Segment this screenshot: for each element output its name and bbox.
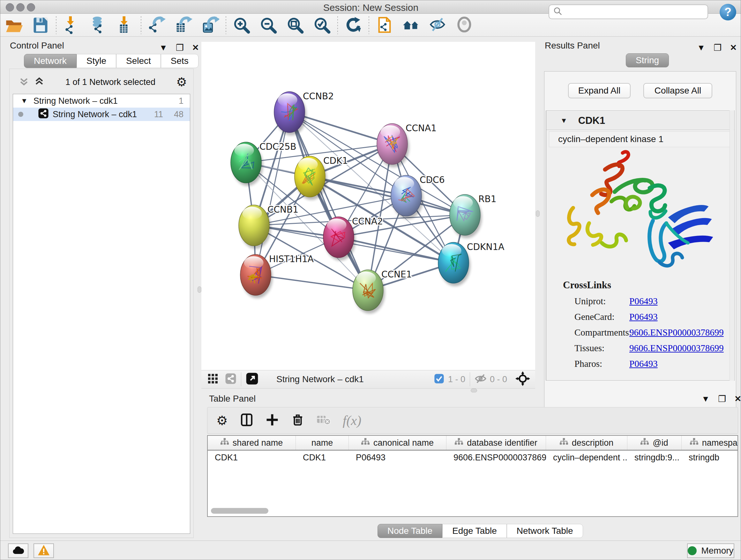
create-column-icon[interactable] [266, 413, 279, 428]
network-node-HIST1H1A[interactable]: HIST1H1A [240, 254, 314, 298]
network-node-CCNB1[interactable]: CCNB1 [239, 204, 298, 249]
collapse-all-button[interactable]: Collapse All [643, 83, 712, 98]
results-scrollbar[interactable] [730, 111, 734, 381]
crosslink-link[interactable]: P06493 [629, 359, 658, 369]
network-tab-body: 1 of 1 Network selected ⚙ ▼ String Netwo… [9, 69, 194, 538]
close-panel-icon[interactable]: ✕ [192, 43, 199, 53]
expand-all-button[interactable]: Expand All [568, 83, 630, 98]
houses-icon[interactable] [398, 15, 425, 36]
table-cell[interactable]: cyclin–dependent ... [546, 453, 627, 462]
tab-sets[interactable]: Sets [161, 54, 199, 68]
table-row[interactable]: CDK1CDK1P064939606.ENSP00000378699cyclin… [208, 450, 738, 464]
maximize-panel-icon[interactable]: ❐ [176, 43, 184, 53]
collapse-collection-icon[interactable]: ▼ [21, 97, 28, 105]
import-network-database-icon[interactable] [85, 15, 112, 36]
column-header-namespace[interactable]: namespace [682, 436, 738, 450]
network-view-icon[interactable] [225, 373, 237, 386]
network-options-gear-icon[interactable]: ⚙ [176, 75, 187, 89]
table-hscrollbar[interactable] [211, 508, 268, 514]
right-divider-handle[interactable] [536, 210, 540, 217]
show-columns-icon[interactable] [240, 413, 253, 428]
delete-column-icon[interactable] [291, 413, 305, 428]
protein-section-header[interactable]: ▼ CDK1 [546, 111, 734, 130]
tab-network[interactable]: Network [24, 54, 77, 68]
column-header-@id[interactable]: @id [627, 436, 682, 450]
tab-node-table[interactable]: Node Table [378, 524, 442, 538]
network-node-CCNA1[interactable]: CCNA1 [377, 123, 436, 167]
open-folder-icon[interactable] [0, 15, 27, 36]
table-cell[interactable]: 9606.ENSP00000378699 [447, 453, 546, 462]
crosslink-link[interactable]: P06493 [629, 312, 658, 322]
network-node-CDC6[interactable]: CDC6 [391, 175, 445, 219]
show-eye-icon[interactable] [452, 15, 478, 36]
node-attribute-table[interactable]: shared namenamecanonical namedatabase id… [207, 435, 738, 517]
import-network-icon[interactable] [58, 15, 85, 36]
column-header-name[interactable]: name [296, 436, 349, 450]
zoom-in-icon[interactable] [228, 15, 255, 36]
table-cell[interactable]: CDK1 [208, 453, 296, 462]
export-table-icon[interactable] [170, 15, 197, 36]
refresh-icon[interactable] [340, 15, 367, 36]
memory-button[interactable]: Memory [687, 543, 734, 558]
tab-select[interactable]: Select [116, 54, 161, 68]
search-input[interactable] [562, 7, 700, 17]
expand-all-networks-icon[interactable] [34, 76, 45, 88]
crosslink-link[interactable]: P06493 [629, 296, 658, 307]
network-edge[interactable] [339, 237, 454, 263]
column-header-canonical-name[interactable]: canonical name [349, 436, 447, 450]
table-options-gear-icon[interactable]: ⚙ [216, 413, 228, 428]
left-divider-handle[interactable] [198, 287, 201, 293]
close-panel-icon[interactable]: ✕ [734, 394, 741, 404]
network-node-CDK1[interactable]: CDK1 [294, 155, 348, 200]
network-canvas[interactable]: CCNB2 CCNA1 CDC25B CDK1 CDC6 RB1 CCNB1 [201, 42, 535, 370]
network-node-CCNB2[interactable]: CCNB2 [274, 91, 334, 135]
collapse-section-icon[interactable]: ▼ [560, 117, 567, 125]
float-panel-icon[interactable]: ▼ [701, 394, 710, 404]
network-node-CDC25B[interactable]: CDC25B [231, 141, 296, 186]
zoom-selected-icon[interactable] [309, 15, 335, 36]
network-collection-row[interactable]: ▼ String Network – cdk1 1 [13, 94, 190, 108]
hide-eye-slash-icon[interactable] [425, 15, 452, 36]
tab-edge-table[interactable]: Edge Table [442, 524, 507, 538]
grid-view-icon[interactable] [207, 373, 219, 386]
float-panel-icon[interactable]: ▼ [697, 43, 705, 53]
column-header-description[interactable]: description [546, 436, 627, 450]
table-cell[interactable]: P06493 [349, 453, 447, 462]
import-table-icon[interactable] [112, 15, 139, 36]
search-box[interactable] [549, 4, 708, 19]
float-panel-icon[interactable]: ▼ [159, 43, 167, 53]
column-header-shared-name[interactable]: shared name [208, 436, 296, 450]
network-node-CDKN1A[interactable]: CDKN1A [438, 242, 504, 286]
help-icon[interactable]: ? [720, 4, 736, 20]
tab-style[interactable]: Style [77, 54, 116, 68]
zoom-fit-icon[interactable] [282, 15, 309, 36]
column-header-database-identifier[interactable]: database identifier [447, 436, 546, 450]
table-cell[interactable]: stringdb:9... [627, 453, 682, 462]
warnings-button[interactable] [33, 543, 54, 558]
network-node-CCNE1[interactable]: CCNE1 [353, 269, 412, 314]
crosslink-link[interactable]: 9606.ENSP00000378699 [629, 327, 724, 338]
table-cell[interactable]: stringdb [682, 453, 738, 462]
network-row[interactable]: String Network – cdk1 11 48 [13, 108, 190, 121]
save-icon[interactable] [27, 15, 54, 36]
network-node-RB1[interactable]: RB1 [450, 194, 496, 238]
bottom-divider-handle[interactable] [471, 388, 477, 392]
tab-string[interactable]: String [626, 53, 669, 67]
selected-checkbox-icon[interactable] [434, 374, 444, 385]
maximize-panel-icon[interactable]: ❐ [718, 394, 726, 404]
maximize-panel-icon[interactable]: ❐ [714, 43, 722, 53]
zoom-out-icon[interactable] [255, 15, 282, 36]
crosslink-link[interactable]: 9606.ENSP00000378699 [629, 343, 724, 354]
neighbors-document-icon[interactable] [371, 15, 398, 36]
column-type-icon [690, 438, 698, 448]
export-image-icon[interactable] [197, 15, 224, 36]
cloud-status-button[interactable] [8, 543, 28, 558]
pan-crosshair-icon[interactable] [515, 371, 530, 387]
tab-network-table[interactable]: Network Table [507, 524, 583, 538]
table-cell[interactable]: CDK1 [296, 453, 349, 462]
close-panel-icon[interactable]: ✕ [730, 43, 737, 53]
hidden-eye-slash-icon[interactable] [475, 373, 487, 386]
export-network-icon[interactable] [143, 15, 170, 36]
collapse-all-networks-icon[interactable] [18, 76, 29, 88]
detach-view-icon[interactable] [246, 372, 259, 386]
